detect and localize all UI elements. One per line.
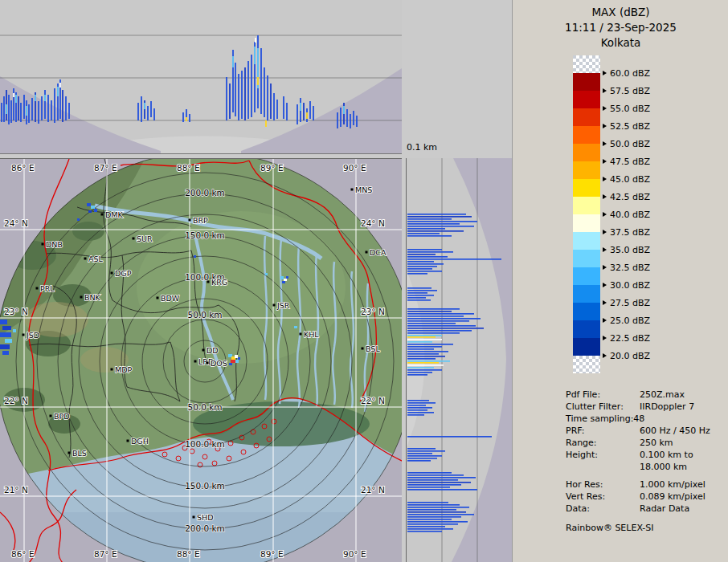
radar-echo bbox=[265, 273, 268, 275]
range-ring-label: 50.0 km bbox=[187, 402, 222, 412]
echo-row bbox=[407, 290, 437, 291]
city-label: BDW bbox=[161, 294, 180, 303]
echo-row bbox=[407, 455, 442, 457]
city-marker bbox=[101, 214, 104, 216]
city-marker bbox=[111, 369, 113, 371]
echo-row bbox=[407, 344, 453, 345]
echo-row bbox=[407, 407, 432, 409]
info-label: PRF: bbox=[566, 425, 640, 437]
echo-row bbox=[407, 226, 474, 227]
echo-column bbox=[31, 98, 33, 120]
echo-column bbox=[18, 96, 19, 120]
range-ring-label: 50.0 km bbox=[187, 310, 222, 320]
city-marker bbox=[157, 297, 159, 299]
right-profile-plot bbox=[407, 158, 513, 562]
city-label: DCA bbox=[370, 248, 386, 257]
echo-column bbox=[20, 103, 22, 122]
echo-row bbox=[407, 299, 431, 301]
radar-echo bbox=[2, 351, 9, 355]
legend-entry: 60.0 dBZ bbox=[603, 68, 650, 78]
city-label: BPD bbox=[54, 412, 70, 421]
city-marker bbox=[362, 348, 364, 350]
city-label: KHL bbox=[304, 330, 319, 339]
echo-column bbox=[229, 83, 231, 119]
radar-echo bbox=[77, 218, 80, 221]
echo-row bbox=[407, 374, 427, 376]
radar-echo bbox=[87, 203, 91, 206]
radar-map-panel[interactable]: 86° E86° E87° E87° E88° E88° E89° E89° E… bbox=[0, 158, 402, 562]
city-label: DMK bbox=[105, 210, 124, 219]
echo-column bbox=[8, 95, 10, 124]
echo-row bbox=[407, 514, 474, 515]
legend-value: 37.5 dBZ bbox=[610, 227, 650, 238]
echo-row bbox=[407, 261, 434, 263]
latitude-label: 21° N bbox=[4, 485, 28, 495]
echo-row bbox=[407, 263, 444, 265]
legend-tick-icon bbox=[603, 194, 607, 199]
city-marker bbox=[366, 251, 368, 254]
echo-row bbox=[407, 458, 437, 459]
legend-swatch bbox=[573, 179, 600, 197]
city-label: MDP bbox=[115, 365, 133, 374]
echo-column bbox=[51, 100, 52, 120]
city-label: JSR bbox=[276, 301, 290, 310]
legend-value: 20.0 dBZ bbox=[610, 351, 650, 361]
echo-column bbox=[47, 95, 49, 122]
city-marker bbox=[68, 452, 71, 454]
legend-value: 45.0 dBZ bbox=[610, 174, 650, 185]
echo-column bbox=[309, 101, 311, 119]
legend-tick-icon bbox=[603, 177, 607, 181]
station-name: Kolkata bbox=[513, 35, 728, 51]
echo-row bbox=[407, 341, 432, 343]
echo-column bbox=[257, 77, 259, 85]
echo-row bbox=[407, 400, 429, 401]
echo-row bbox=[407, 484, 461, 486]
echo-row bbox=[407, 254, 436, 255]
echo-column bbox=[6, 104, 7, 114]
range-ring-label: 150.0 km bbox=[185, 481, 225, 491]
echo-row bbox=[407, 519, 452, 520]
longitude-label: 86° E bbox=[11, 549, 35, 559]
latitude-label: 24° N bbox=[361, 218, 385, 228]
echo-row bbox=[407, 482, 471, 483]
echo-column bbox=[264, 67, 265, 117]
city-label: PRL bbox=[40, 284, 55, 293]
echo-row bbox=[407, 271, 442, 272]
city-label: SHD bbox=[197, 513, 214, 522]
radar-display-window: 18.0 km 0.1 km bbox=[0, 0, 728, 562]
echo-column bbox=[28, 104, 30, 123]
info-value: 18.000 km bbox=[640, 461, 687, 473]
echo-row bbox=[407, 521, 468, 523]
legend-tick-icon bbox=[603, 71, 607, 75]
echo-row bbox=[407, 453, 432, 454]
city-marker bbox=[273, 304, 276, 307]
legend-value: 40.0 dBZ bbox=[610, 210, 650, 220]
info-label: Hor Res: bbox=[566, 479, 640, 491]
info-row: Range:250 km bbox=[566, 437, 710, 449]
radar-echo bbox=[91, 206, 95, 209]
radar-echo bbox=[284, 279, 287, 281]
range-ring-label: 150.0 km bbox=[185, 230, 225, 240]
city-label: DGP bbox=[115, 269, 132, 278]
echo-row bbox=[407, 436, 492, 438]
legend-value: 55.0 dBZ bbox=[610, 104, 650, 114]
echo-column bbox=[346, 109, 348, 127]
legend-value: 35.0 dBZ bbox=[610, 245, 650, 255]
echo-row bbox=[407, 489, 477, 491]
latitude-label: 23° N bbox=[361, 307, 385, 316]
legend-swatch bbox=[573, 250, 600, 267]
legend-value: 27.5 dBZ bbox=[610, 298, 650, 308]
legend-tick-icon bbox=[603, 124, 607, 128]
city-marker bbox=[202, 349, 205, 352]
echo-row bbox=[407, 372, 432, 373]
legend-swatch bbox=[573, 338, 600, 356]
city-marker bbox=[194, 360, 197, 363]
legend-value: 32.5 dBZ bbox=[610, 263, 650, 273]
city-label: DD bbox=[207, 346, 219, 355]
info-label: Time sampling:48 bbox=[566, 413, 640, 425]
echo-row bbox=[407, 479, 458, 481]
latitude-label: 24° N bbox=[4, 218, 28, 228]
info-value: 0.089 km/pixel bbox=[640, 491, 706, 503]
info-value: 250 km bbox=[640, 437, 673, 449]
echo-column bbox=[182, 112, 184, 122]
